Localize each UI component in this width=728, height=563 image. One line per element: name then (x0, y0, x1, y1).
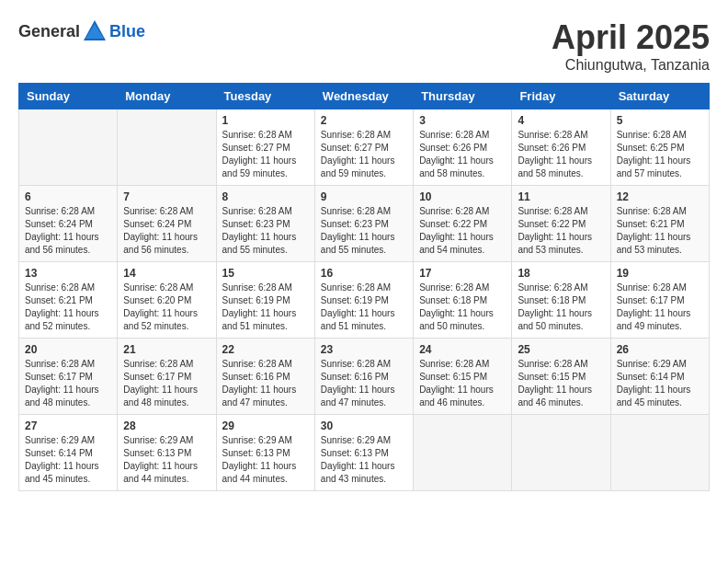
header-sunday: Sunday (19, 84, 118, 109)
day-info: Sunrise: 6:28 AM Sunset: 6:19 PM Dayligh… (321, 282, 407, 333)
day-info: Sunrise: 6:28 AM Sunset: 6:20 PM Dayligh… (123, 282, 210, 333)
day-number: 11 (518, 190, 604, 203)
week-row-0: 1Sunrise: 6:28 AM Sunset: 6:27 PM Daylig… (19, 109, 710, 186)
day-number: 23 (321, 343, 407, 356)
table-row: 22Sunrise: 6:28 AM Sunset: 6:16 PM Dayli… (216, 339, 314, 415)
day-number: 6 (25, 190, 111, 203)
header-wednesday: Wednesday (314, 84, 413, 109)
svg-marker-1 (85, 24, 104, 39)
table-row: 2Sunrise: 6:28 AM Sunset: 6:27 PM Daylig… (314, 109, 413, 186)
day-info: Sunrise: 6:28 AM Sunset: 6:17 PM Dayligh… (123, 358, 210, 409)
table-row: 23Sunrise: 6:28 AM Sunset: 6:16 PM Dayli… (314, 339, 413, 415)
table-row: 14Sunrise: 6:28 AM Sunset: 6:20 PM Dayli… (118, 262, 216, 339)
day-info: Sunrise: 6:28 AM Sunset: 6:23 PM Dayligh… (321, 205, 407, 257)
day-number: 15 (222, 267, 309, 280)
day-number: 30 (321, 419, 407, 432)
header-thursday: Thursday (414, 84, 512, 109)
table-row: 20Sunrise: 6:28 AM Sunset: 6:17 PM Dayli… (19, 339, 118, 415)
day-number: 4 (518, 114, 604, 127)
table-row: 9Sunrise: 6:28 AM Sunset: 6:23 PM Daylig… (314, 186, 413, 262)
day-number: 3 (419, 114, 506, 127)
table-row: 29Sunrise: 6:29 AM Sunset: 6:13 PM Dayli… (216, 415, 314, 491)
day-number: 20 (25, 343, 111, 356)
week-row-2: 13Sunrise: 6:28 AM Sunset: 6:21 PM Dayli… (19, 262, 710, 339)
table-row: 18Sunrise: 6:28 AM Sunset: 6:18 PM Dayli… (512, 262, 610, 339)
table-row: 13Sunrise: 6:28 AM Sunset: 6:21 PM Dayli… (19, 262, 118, 339)
table-row: 6Sunrise: 6:28 AM Sunset: 6:24 PM Daylig… (19, 186, 118, 262)
day-number: 24 (419, 343, 506, 356)
calendar-title: April 2025 (552, 18, 710, 57)
day-info: Sunrise: 6:28 AM Sunset: 6:27 PM Dayligh… (222, 129, 309, 180)
header-saturday: Saturday (610, 84, 709, 109)
day-number: 13 (25, 267, 111, 280)
day-info: Sunrise: 6:28 AM Sunset: 6:18 PM Dayligh… (419, 282, 506, 333)
day-info: Sunrise: 6:28 AM Sunset: 6:18 PM Dayligh… (518, 282, 604, 333)
day-number: 27 (25, 419, 111, 432)
header-monday: Monday (118, 84, 216, 109)
day-info: Sunrise: 6:28 AM Sunset: 6:16 PM Dayligh… (321, 358, 407, 409)
day-info: Sunrise: 6:29 AM Sunset: 6:14 PM Dayligh… (25, 434, 111, 486)
table-row: 4Sunrise: 6:28 AM Sunset: 6:26 PM Daylig… (512, 109, 610, 186)
day-info: Sunrise: 6:28 AM Sunset: 6:17 PM Dayligh… (25, 358, 111, 409)
table-row: 12Sunrise: 6:28 AM Sunset: 6:21 PM Dayli… (610, 186, 709, 262)
day-number: 18 (518, 267, 604, 280)
table-row: 8Sunrise: 6:28 AM Sunset: 6:23 PM Daylig… (216, 186, 314, 262)
table-row: 26Sunrise: 6:29 AM Sunset: 6:14 PM Dayli… (610, 339, 709, 415)
table-row: 7Sunrise: 6:28 AM Sunset: 6:24 PM Daylig… (118, 186, 216, 262)
day-number: 14 (123, 267, 210, 280)
day-number: 17 (419, 267, 506, 280)
day-number: 8 (222, 190, 309, 203)
table-row: 19Sunrise: 6:28 AM Sunset: 6:17 PM Dayli… (610, 262, 709, 339)
day-number: 26 (617, 343, 703, 356)
table-row (19, 109, 118, 186)
day-number: 2 (321, 114, 407, 127)
day-number: 16 (321, 267, 407, 280)
table-row (512, 415, 610, 491)
day-info: Sunrise: 6:28 AM Sunset: 6:25 PM Dayligh… (617, 129, 703, 180)
day-info: Sunrise: 6:28 AM Sunset: 6:17 PM Dayligh… (617, 282, 703, 333)
logo-blue-text: Blue (109, 22, 145, 41)
day-info: Sunrise: 6:28 AM Sunset: 6:15 PM Dayligh… (518, 358, 604, 409)
day-info: Sunrise: 6:28 AM Sunset: 6:15 PM Dayligh… (419, 358, 506, 409)
day-info: Sunrise: 6:28 AM Sunset: 6:22 PM Dayligh… (518, 205, 604, 257)
day-number: 25 (518, 343, 604, 356)
table-row: 16Sunrise: 6:28 AM Sunset: 6:19 PM Dayli… (314, 262, 413, 339)
week-row-4: 27Sunrise: 6:29 AM Sunset: 6:14 PM Dayli… (19, 415, 710, 491)
table-row: 5Sunrise: 6:28 AM Sunset: 6:25 PM Daylig… (610, 109, 709, 186)
day-number: 21 (123, 343, 210, 356)
day-number: 7 (123, 190, 210, 203)
day-info: Sunrise: 6:28 AM Sunset: 6:27 PM Dayligh… (321, 129, 407, 180)
table-row: 27Sunrise: 6:29 AM Sunset: 6:14 PM Dayli… (19, 415, 118, 491)
title-area: April 2025 Chiungutwa, Tanzania (552, 18, 710, 74)
table-row: 28Sunrise: 6:29 AM Sunset: 6:13 PM Dayli… (118, 415, 216, 491)
day-number: 29 (222, 419, 309, 432)
logo: General Blue (18, 18, 145, 44)
day-info: Sunrise: 6:28 AM Sunset: 6:23 PM Dayligh… (222, 205, 309, 257)
day-info: Sunrise: 6:29 AM Sunset: 6:13 PM Dayligh… (222, 434, 309, 486)
calendar-location: Chiungutwa, Tanzania (552, 57, 710, 74)
table-row (118, 109, 216, 186)
page-header: General Blue April 2025 Chiungutwa, Tanz… (18, 18, 710, 74)
week-row-3: 20Sunrise: 6:28 AM Sunset: 6:17 PM Dayli… (19, 339, 710, 415)
day-info: Sunrise: 6:28 AM Sunset: 6:24 PM Dayligh… (123, 205, 210, 257)
table-row: 15Sunrise: 6:28 AM Sunset: 6:19 PM Dayli… (216, 262, 314, 339)
table-row: 10Sunrise: 6:28 AM Sunset: 6:22 PM Dayli… (414, 186, 512, 262)
day-number: 9 (321, 190, 407, 203)
header-friday: Friday (512, 84, 610, 109)
day-info: Sunrise: 6:28 AM Sunset: 6:24 PM Dayligh… (25, 205, 111, 257)
day-info: Sunrise: 6:28 AM Sunset: 6:19 PM Dayligh… (222, 282, 309, 333)
table-row (414, 415, 512, 491)
table-row: 11Sunrise: 6:28 AM Sunset: 6:22 PM Dayli… (512, 186, 610, 262)
table-row: 24Sunrise: 6:28 AM Sunset: 6:15 PM Dayli… (414, 339, 512, 415)
day-number: 19 (617, 267, 703, 280)
table-row: 1Sunrise: 6:28 AM Sunset: 6:27 PM Daylig… (216, 109, 314, 186)
day-info: Sunrise: 6:29 AM Sunset: 6:13 PM Dayligh… (123, 434, 210, 486)
calendar-table: Sunday Monday Tuesday Wednesday Thursday… (18, 83, 710, 491)
day-number: 10 (419, 190, 506, 203)
day-info: Sunrise: 6:28 AM Sunset: 6:26 PM Dayligh… (419, 129, 506, 180)
header-tuesday: Tuesday (216, 84, 314, 109)
logo-general-text: General (18, 22, 80, 41)
day-number: 12 (617, 190, 703, 203)
table-row: 17Sunrise: 6:28 AM Sunset: 6:18 PM Dayli… (414, 262, 512, 339)
day-info: Sunrise: 6:28 AM Sunset: 6:22 PM Dayligh… (419, 205, 506, 257)
